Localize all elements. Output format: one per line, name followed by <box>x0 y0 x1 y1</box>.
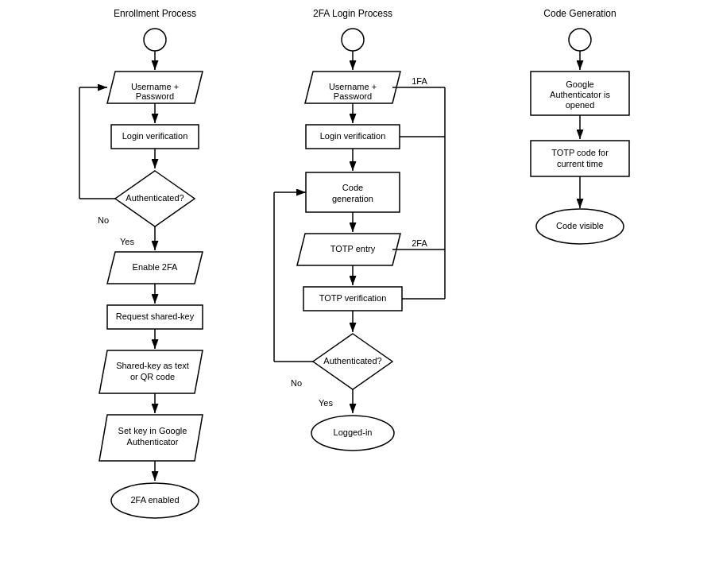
enrollment-request-shared-key-label: Request shared-key <box>116 311 195 321</box>
codegen-code-visible-label: Code visible <box>556 221 604 230</box>
login-logged-in-label: Logged-in <box>334 427 373 437</box>
codegen-totp-label1: TOTP code for <box>551 148 609 157</box>
login-username-label: Username + <box>329 82 377 91</box>
codegen-google-auth-label1: Google <box>566 79 593 89</box>
enrollment-no-label: No <box>98 215 109 225</box>
codegen-start <box>569 29 591 51</box>
label-1fa: 1FA <box>412 76 427 86</box>
label-2fa: 2FA <box>412 238 427 248</box>
enrollment-authenticated-label: Authenticated? <box>126 193 184 203</box>
enrollment-2fa-enabled-label: 2FA enabled <box>130 495 179 505</box>
enrollment-shared-key-label1: Shared-key as text <box>116 361 189 370</box>
login-code-gen-label2: generation <box>332 194 373 203</box>
login-yes-label: Yes <box>319 398 333 408</box>
enrollment-login-verification-label: Login verification <box>122 131 188 141</box>
diagram-container: Enrollment Process 2FA Login Process Cod… <box>0 0 715 588</box>
enrollment-username-label: Username + <box>131 82 179 91</box>
login-code-generation <box>306 172 400 212</box>
login-totp-entry-label: TOTP entry <box>330 244 376 253</box>
login-title: 2FA Login Process <box>313 8 392 19</box>
login-totp-verification-label: TOTP verification <box>319 293 387 303</box>
enrollment-set-key-label1: Set key in Google <box>118 426 187 435</box>
login-password-label: Password <box>334 91 372 101</box>
enrollment-title: Enrollment Process <box>114 8 196 19</box>
enrollment-enable-2fa-label: Enable 2FA <box>133 262 179 272</box>
codegen-title: Code Generation <box>543 8 616 19</box>
enrollment-set-key-label2: Authenticator <box>127 437 179 447</box>
enrollment-password-label: Password <box>136 91 174 101</box>
codegen-totp-label2: current time <box>557 159 603 168</box>
login-login-verification-label: Login verification <box>320 131 386 141</box>
codegen-google-auth-label3: opened <box>566 100 595 110</box>
enrollment-yes-label: Yes <box>120 237 134 246</box>
codegen-google-auth-label2: Authenticator is <box>550 90 610 99</box>
enrollment-shared-key-label2: or QR code <box>130 372 175 381</box>
login-start <box>342 29 364 51</box>
login-no-label: No <box>291 378 302 388</box>
login-authenticated-label: Authenticated? <box>323 356 381 366</box>
enrollment-start <box>144 29 166 51</box>
login-code-gen-label1: Code <box>342 183 363 192</box>
